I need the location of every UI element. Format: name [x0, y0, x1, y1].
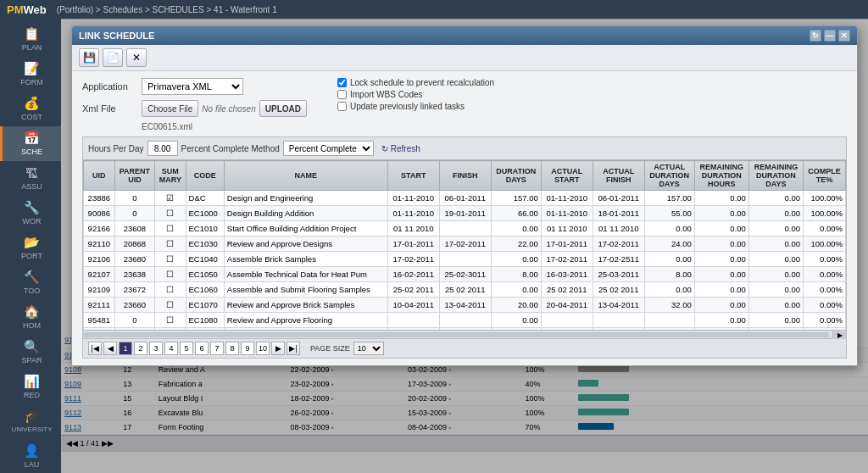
next-page-btn[interactable]: ▶	[271, 342, 285, 355]
sidebar-item-search[interactable]: 🔍 SPAR	[0, 334, 61, 369]
forms-icon: 📝	[24, 61, 40, 76]
save-button[interactable]: 💾	[79, 48, 99, 67]
lock-schedule-label: Lock schedule to prevent recalculation	[350, 78, 494, 87]
breadcrumb: (Portfolio) > Schedules > SCHEDULES > 41…	[57, 5, 277, 14]
application-row: Application Primavera XML	[82, 78, 307, 95]
sidebar-label-reports: RED	[24, 391, 40, 399]
sidebar-label-tools: TOO	[24, 287, 40, 295]
update-tasks-row: Update previously linked tasks	[337, 102, 494, 111]
col-complete: COMPLETE%	[803, 161, 845, 191]
hours-per-day-label: Hours Per Day	[88, 144, 144, 153]
table-header-row: UID PARENTUID SUMMARY CODE NAME START FI…	[84, 161, 846, 191]
col-finish: FINISH	[439, 161, 491, 191]
page-6-btn[interactable]: 6	[195, 342, 209, 355]
sidebar-item-assets[interactable]: 🏗 ASSU	[0, 161, 61, 196]
no-file-label: No file chosen	[202, 104, 255, 114]
col-start: START	[387, 161, 439, 191]
last-page-btn[interactable]: ▶|	[287, 342, 300, 355]
reports-icon: 📊	[24, 374, 40, 389]
application-label: Application	[82, 81, 142, 92]
sidebar-label-plans: PLAN	[22, 43, 42, 52]
pagination-nav: |◀ ◀ 1 2 3 4 5 6 7 8 9 10 ▶	[88, 342, 300, 355]
refresh-icon: ↻	[381, 144, 388, 153]
page-3-btn[interactable]: 3	[149, 342, 163, 355]
table-row: 9210723638☐EC1050Assemble Technical Data…	[84, 267, 846, 282]
schedule-table-section: Hours Per Day Percent Complete Method Pe…	[82, 136, 847, 359]
dialog-restore-btn[interactable]: ↻	[810, 30, 821, 42]
col-parent-uid: PARENTUID	[114, 161, 155, 191]
dialog-close-btn[interactable]: ✕	[838, 30, 850, 42]
table-row: 238860☑D&CDesign and Engineering01-11-20…	[84, 191, 846, 206]
sidebar-item-plans[interactable]: 📋 PLAN	[0, 22, 61, 57]
col-summary: SUMMARY	[155, 161, 186, 191]
page-size-select[interactable]: 10 25 50	[353, 342, 384, 355]
page-10-btn[interactable]: 10	[256, 342, 270, 355]
refresh-button[interactable]: ↻ Refresh	[377, 142, 425, 155]
application-select-wrapper: Primavera XML	[142, 78, 247, 95]
page-4-btn[interactable]: 4	[164, 342, 178, 355]
sidebar-item-costs[interactable]: 💰 COST	[0, 92, 61, 126]
lock-schedule-checkbox[interactable]	[337, 78, 347, 87]
import-wbs-label: Import WBS Codes	[350, 90, 423, 99]
update-tasks-label: Update previously linked tasks	[350, 102, 465, 111]
sidebar-item-forms[interactable]: 📝 FORM	[0, 57, 61, 92]
page-size-label: PAGE SIZE	[310, 344, 350, 353]
sidebar-item-schedules[interactable]: 📅 SCHE	[0, 126, 61, 161]
dialog-titlebar: LINK SCHEDULE ↻ — ✕	[72, 26, 857, 45]
sidebar: 📋 PLAN 📝 FORM 💰 COST 📅 SCHE 🏗 ASSU 🔧 WOR…	[0, 19, 61, 473]
table-scroll-area[interactable]: UID PARENTUID SUMMARY CODE NAME START FI…	[83, 160, 846, 330]
page-7-btn[interactable]: 7	[210, 342, 224, 355]
sidebar-label-search: SPAR	[22, 356, 42, 364]
sidebar-item-tools[interactable]: 🔨 TOO	[0, 264, 61, 299]
table-row: 954810☐EC1080Review and Approve Flooring…	[84, 313, 846, 328]
import-wbs-row: Import WBS Codes	[337, 90, 494, 99]
sidebar-item-work[interactable]: 🔧 WOR	[0, 196, 61, 231]
prev-page-btn[interactable]: ◀	[103, 342, 117, 355]
hours-per-day-input[interactable]	[147, 141, 178, 156]
table-row: 9210623680☐EC1040Assemble Brick Samples1…	[84, 252, 846, 267]
xml-file-row: Xml File Choose File No file chosen UPLO…	[82, 100, 307, 117]
first-page-btn[interactable]: |◀	[88, 342, 102, 355]
sidebar-item-home[interactable]: 🏠 HOM	[0, 299, 61, 334]
update-tasks-checkbox[interactable]	[337, 102, 347, 111]
sidebar-item-portfolio[interactable]: 📂 PORT	[0, 231, 61, 265]
col-actual-start: ACTUALSTART	[541, 161, 593, 191]
page-1-btn[interactable]: 1	[119, 342, 132, 355]
sidebar-item-reports[interactable]: 📊 RED	[0, 369, 61, 403]
sidebar-label-university: UNIVERSITY	[11, 426, 52, 433]
page-8-btn[interactable]: 8	[225, 342, 239, 355]
col-duration: DURATIONDAYS	[491, 161, 541, 191]
schedules-icon: 📅	[24, 131, 40, 146]
new-button[interactable]: 📄	[103, 48, 123, 67]
top-bar: PMWeb (Portfolio) > Schedules > SCHEDULE…	[0, 0, 868, 19]
sidebar-label-home: HOM	[23, 321, 41, 330]
table-row: 9216623608☐EC1010Start Office Building A…	[84, 221, 846, 236]
col-uid: UID	[84, 161, 115, 191]
sidebar-label-schedules: SCHE	[21, 147, 42, 156]
lau-icon: 👤	[24, 443, 40, 459]
sidebar-item-lau[interactable]: 👤 LAU	[0, 438, 61, 473]
import-wbs-checkbox[interactable]	[337, 90, 347, 99]
pct-method-select[interactable]: Percent Complete	[283, 141, 374, 156]
work-icon: 🔧	[24, 200, 40, 215]
application-select[interactable]: Primavera XML	[142, 78, 243, 95]
dialog-minimize-btn[interactable]: —	[824, 30, 836, 42]
table-row: 9211020868☐EC1030Review and Approve Desi…	[84, 236, 846, 252]
xml-file-label: Xml File	[82, 103, 142, 114]
table-row: 9211123660☐EC1070Review and Approve Bric…	[84, 298, 846, 313]
page-9-btn[interactable]: 9	[241, 342, 254, 355]
search-icon: 🔍	[24, 339, 40, 354]
page-5-btn[interactable]: 5	[180, 342, 193, 355]
university-icon: 🎓	[24, 409, 40, 424]
main-content: 9106 10 Fabrication a 21-01-2009 ▪ 04-02…	[61, 19, 868, 473]
sidebar-item-university[interactable]: 🎓 UNIVERSITY	[0, 403, 61, 438]
cancel-button[interactable]: ✕	[126, 48, 147, 67]
app-logo: PMWeb	[7, 3, 47, 16]
choose-file-button[interactable]: Choose File	[142, 100, 198, 117]
col-name: NAME	[224, 161, 387, 191]
page-2-btn[interactable]: 2	[134, 342, 147, 355]
plans-icon: 📋	[24, 26, 40, 42]
dialog-toolbar: 💾 📄 ✕	[72, 45, 857, 71]
upload-button[interactable]: UPLOAD	[259, 100, 307, 117]
schedule-data-table: UID PARENTUID SUMMARY CODE NAME START FI…	[83, 160, 846, 330]
